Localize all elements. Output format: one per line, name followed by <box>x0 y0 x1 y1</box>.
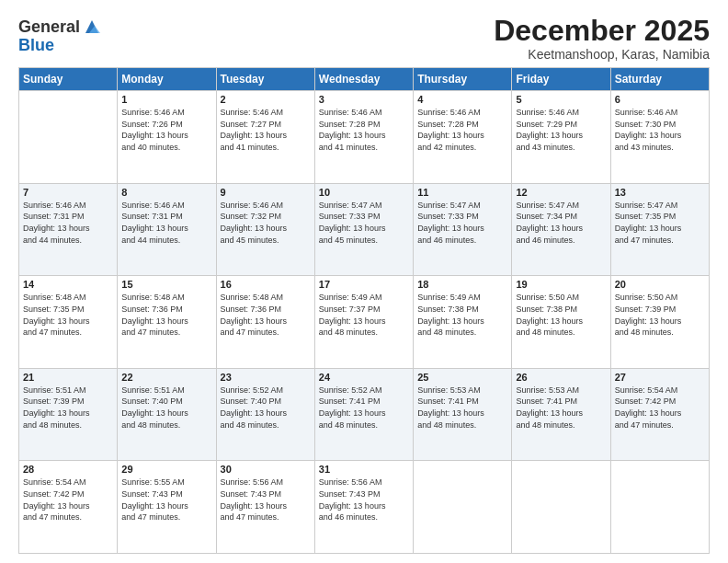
weekday-header-thursday: Thursday <box>414 68 512 91</box>
weekday-header-wednesday: Wednesday <box>314 68 413 91</box>
month-title: December 2025 <box>494 15 710 47</box>
calendar-cell <box>512 461 610 554</box>
logo: General Blue <box>18 18 102 55</box>
calendar-cell: 6Sunrise: 5:46 AM Sunset: 7:30 PM Daylig… <box>610 91 709 184</box>
day-number: 7 <box>23 187 113 198</box>
day-info: Sunrise: 5:50 AM Sunset: 7:39 PM Dayligh… <box>615 292 705 338</box>
calendar-cell: 27Sunrise: 5:54 AM Sunset: 7:42 PM Dayli… <box>610 368 709 461</box>
calendar-cell: 10Sunrise: 5:47 AM Sunset: 7:33 PM Dayli… <box>314 183 413 276</box>
calendar-cell: 26Sunrise: 5:53 AM Sunset: 7:41 PM Dayli… <box>512 368 610 461</box>
weekday-header-saturday: Saturday <box>610 68 709 91</box>
day-number: 23 <box>221 372 311 383</box>
day-number: 3 <box>319 94 409 105</box>
calendar-cell: 11Sunrise: 5:47 AM Sunset: 7:33 PM Dayli… <box>414 183 512 276</box>
day-info: Sunrise: 5:46 AM Sunset: 7:26 PM Dayligh… <box>121 107 211 153</box>
day-number: 22 <box>121 372 211 383</box>
weekday-header-friday: Friday <box>512 68 610 91</box>
day-info: Sunrise: 5:50 AM Sunset: 7:38 PM Dayligh… <box>516 292 606 338</box>
day-info: Sunrise: 5:54 AM Sunset: 7:42 PM Dayligh… <box>615 385 705 431</box>
week-row-1: 7Sunrise: 5:46 AM Sunset: 7:31 PM Daylig… <box>19 183 710 276</box>
day-number: 16 <box>221 279 311 290</box>
day-number: 27 <box>615 372 705 383</box>
day-info: Sunrise: 5:46 AM Sunset: 7:31 PM Dayligh… <box>23 200 113 246</box>
calendar-cell: 20Sunrise: 5:50 AM Sunset: 7:39 PM Dayli… <box>610 276 709 369</box>
calendar-cell: 5Sunrise: 5:46 AM Sunset: 7:29 PM Daylig… <box>512 91 610 184</box>
day-number: 20 <box>615 279 705 290</box>
day-number: 12 <box>516 187 606 198</box>
day-number: 13 <box>615 187 705 198</box>
calendar-cell: 21Sunrise: 5:51 AM Sunset: 7:39 PM Dayli… <box>19 368 118 461</box>
day-info: Sunrise: 5:52 AM Sunset: 7:41 PM Dayligh… <box>319 385 409 431</box>
page: General Blue December 2025 Keetmanshoop,… <box>0 0 728 563</box>
day-number: 10 <box>319 187 409 198</box>
day-number: 6 <box>615 94 705 105</box>
day-info: Sunrise: 5:52 AM Sunset: 7:40 PM Dayligh… <box>221 385 311 431</box>
day-info: Sunrise: 5:47 AM Sunset: 7:33 PM Dayligh… <box>417 200 507 246</box>
day-info: Sunrise: 5:55 AM Sunset: 7:43 PM Dayligh… <box>121 477 211 523</box>
day-info: Sunrise: 5:47 AM Sunset: 7:34 PM Dayligh… <box>516 200 606 246</box>
day-number: 9 <box>221 187 311 198</box>
calendar-cell: 12Sunrise: 5:47 AM Sunset: 7:34 PM Dayli… <box>512 183 610 276</box>
day-number: 21 <box>23 372 113 383</box>
week-row-2: 14Sunrise: 5:48 AM Sunset: 7:35 PM Dayli… <box>19 276 710 369</box>
day-number: 24 <box>319 372 409 383</box>
calendar-cell: 15Sunrise: 5:48 AM Sunset: 7:36 PM Dayli… <box>118 276 216 369</box>
calendar-cell: 28Sunrise: 5:54 AM Sunset: 7:42 PM Dayli… <box>19 461 118 554</box>
day-number: 5 <box>516 94 606 105</box>
day-number: 18 <box>417 279 507 290</box>
day-number: 15 <box>121 279 211 290</box>
calendar-cell <box>610 461 709 554</box>
day-number: 4 <box>417 94 507 105</box>
logo-general-text: General <box>18 18 80 37</box>
calendar-cell: 24Sunrise: 5:52 AM Sunset: 7:41 PM Dayli… <box>314 368 413 461</box>
day-info: Sunrise: 5:48 AM Sunset: 7:36 PM Dayligh… <box>121 292 211 338</box>
day-info: Sunrise: 5:56 AM Sunset: 7:43 PM Dayligh… <box>319 477 409 523</box>
weekday-header-monday: Monday <box>118 68 216 91</box>
day-number: 17 <box>319 279 409 290</box>
day-info: Sunrise: 5:48 AM Sunset: 7:35 PM Dayligh… <box>23 292 113 338</box>
day-number: 29 <box>121 464 211 475</box>
day-info: Sunrise: 5:56 AM Sunset: 7:43 PM Dayligh… <box>221 477 311 523</box>
calendar-cell: 14Sunrise: 5:48 AM Sunset: 7:35 PM Dayli… <box>19 276 118 369</box>
calendar-cell: 17Sunrise: 5:49 AM Sunset: 7:37 PM Dayli… <box>314 276 413 369</box>
calendar-cell: 16Sunrise: 5:48 AM Sunset: 7:36 PM Dayli… <box>216 276 314 369</box>
day-info: Sunrise: 5:51 AM Sunset: 7:40 PM Dayligh… <box>121 385 211 431</box>
day-number: 11 <box>417 187 507 198</box>
calendar-cell: 8Sunrise: 5:46 AM Sunset: 7:31 PM Daylig… <box>118 183 216 276</box>
day-info: Sunrise: 5:46 AM Sunset: 7:30 PM Dayligh… <box>615 107 705 153</box>
calendar-cell: 4Sunrise: 5:46 AM Sunset: 7:28 PM Daylig… <box>414 91 512 184</box>
calendar-cell: 29Sunrise: 5:55 AM Sunset: 7:43 PM Dayli… <box>118 461 216 554</box>
day-info: Sunrise: 5:46 AM Sunset: 7:28 PM Dayligh… <box>319 107 409 153</box>
header: General Blue December 2025 Keetmanshoop,… <box>18 15 710 62</box>
calendar-cell: 25Sunrise: 5:53 AM Sunset: 7:41 PM Dayli… <box>414 368 512 461</box>
calendar-cell <box>19 91 118 184</box>
logo-blue-text: Blue <box>18 37 102 55</box>
day-info: Sunrise: 5:46 AM Sunset: 7:32 PM Dayligh… <box>221 200 311 246</box>
logo-icon <box>82 17 102 37</box>
calendar-cell: 18Sunrise: 5:49 AM Sunset: 7:38 PM Dayli… <box>414 276 512 369</box>
day-number: 19 <box>516 279 606 290</box>
week-row-4: 28Sunrise: 5:54 AM Sunset: 7:42 PM Dayli… <box>19 461 710 554</box>
calendar-cell: 3Sunrise: 5:46 AM Sunset: 7:28 PM Daylig… <box>314 91 413 184</box>
day-info: Sunrise: 5:46 AM Sunset: 7:28 PM Dayligh… <box>417 107 507 153</box>
calendar-cell: 30Sunrise: 5:56 AM Sunset: 7:43 PM Dayli… <box>216 461 314 554</box>
week-row-3: 21Sunrise: 5:51 AM Sunset: 7:39 PM Dayli… <box>19 368 710 461</box>
calendar-cell: 31Sunrise: 5:56 AM Sunset: 7:43 PM Dayli… <box>314 461 413 554</box>
calendar-cell: 7Sunrise: 5:46 AM Sunset: 7:31 PM Daylig… <box>19 183 118 276</box>
day-info: Sunrise: 5:49 AM Sunset: 7:37 PM Dayligh… <box>319 292 409 338</box>
day-info: Sunrise: 5:51 AM Sunset: 7:39 PM Dayligh… <box>23 385 113 431</box>
day-number: 8 <box>121 187 211 198</box>
day-number: 14 <box>23 279 113 290</box>
title-block: December 2025 Keetmanshoop, Karas, Namib… <box>494 15 710 62</box>
day-number: 28 <box>23 464 113 475</box>
day-info: Sunrise: 5:47 AM Sunset: 7:35 PM Dayligh… <box>615 200 705 246</box>
calendar-cell: 19Sunrise: 5:50 AM Sunset: 7:38 PM Dayli… <box>512 276 610 369</box>
day-info: Sunrise: 5:54 AM Sunset: 7:42 PM Dayligh… <box>23 477 113 523</box>
weekday-header-sunday: Sunday <box>19 68 118 91</box>
day-info: Sunrise: 5:53 AM Sunset: 7:41 PM Dayligh… <box>417 385 507 431</box>
weekday-header-tuesday: Tuesday <box>216 68 314 91</box>
calendar: SundayMondayTuesdayWednesdayThursdayFrid… <box>18 67 710 554</box>
calendar-cell: 22Sunrise: 5:51 AM Sunset: 7:40 PM Dayli… <box>118 368 216 461</box>
weekday-header-row: SundayMondayTuesdayWednesdayThursdayFrid… <box>19 68 710 91</box>
calendar-cell: 23Sunrise: 5:52 AM Sunset: 7:40 PM Dayli… <box>216 368 314 461</box>
